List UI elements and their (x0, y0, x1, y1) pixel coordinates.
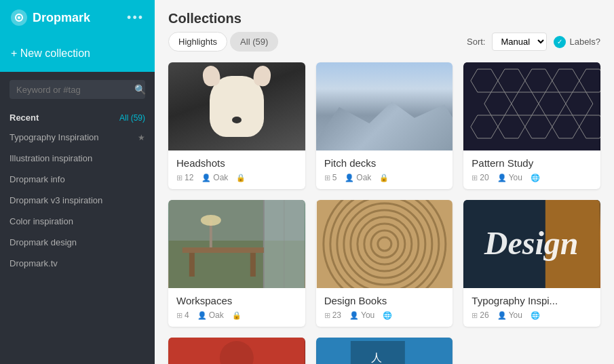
page-title: Collections (168, 11, 600, 26)
recent-header: Recent All (59) (0, 107, 155, 127)
card-meta: ⊞ 12 👤 Oak 🔒 (176, 173, 297, 182)
collection-image-workspaces (168, 200, 305, 288)
owner-meta: 👤 Oak (345, 173, 371, 182)
card-body: Design Books ⊞ 23 👤 You 🌐 (316, 288, 453, 327)
card-title: Typography Inspi... (472, 295, 592, 306)
main-header: Highlights All (59) Sort: Manual Date Na… (168, 32, 600, 52)
tabs: Highlights All (59) (168, 32, 278, 52)
grid-icon: ⊞ (176, 311, 183, 320)
count-meta: ⊞ 12 (176, 173, 193, 182)
globe-icon: 🌐 (531, 311, 540, 320)
svg-rect-2 (464, 62, 600, 150)
owner-meta: 👤 You (497, 310, 522, 320)
sidebar-header: Dropmark ••• (0, 0, 155, 35)
collection-card-design-books[interactable]: Design Books ⊞ 23 👤 You 🌐 (316, 200, 453, 327)
collection-card-pitch-decks[interactable]: Pitch decks ⊞ 5 👤 Oak 🔒 (316, 62, 453, 189)
recent-label: Recent (9, 113, 39, 123)
person-icon: 👤 (345, 174, 354, 182)
sidebar-item-dropmark-tv[interactable]: Dropmark.tv (0, 253, 155, 274)
card-meta: ⊞ 23 👤 You 🌐 (324, 310, 445, 320)
sidebar-item-typography-inspiration[interactable]: Typography Inspiration ★ (0, 127, 155, 148)
sidebar-item-dropmark-info[interactable]: Dropmark info (0, 169, 155, 190)
collection-card-workspaces[interactable]: Workspaces ⊞ 4 👤 Oak 🔒 (168, 200, 305, 327)
svg-point-26 (201, 215, 221, 226)
sidebar-item-label: Color inspiration (9, 216, 73, 226)
lock-meta: 🔒 (236, 174, 246, 182)
search-icon[interactable]: 🔍 (134, 84, 146, 95)
owner-meta: 👤 You (349, 310, 375, 320)
person-icon: 👤 (349, 311, 359, 320)
count-meta: ⊞ 5 (324, 173, 337, 182)
labels-check-icon: ✓ (554, 36, 566, 48)
grid-icon: ⊞ (176, 174, 183, 182)
collection-card-partial-blue[interactable]: 人 (316, 338, 453, 364)
card-body: Typography Inspi... ⊞ 26 👤 You 🌐 (463, 288, 600, 327)
card-title: Pattern Study (472, 157, 592, 169)
count-meta: ⊞ 23 (324, 310, 341, 320)
sidebar-item-label: Dropmark v3 inspiration (9, 195, 102, 205)
lock-meta: 🔒 (232, 311, 242, 320)
sidebar-item-label: Typography Inspiration (9, 132, 99, 142)
tab-all[interactable]: All (59) (230, 32, 278, 52)
search-area: 🔍 (0, 72, 155, 107)
globe-meta: 🌐 (531, 311, 540, 320)
svg-rect-23 (189, 253, 195, 277)
card-body: Pattern Study ⊞ 20 👤 You 🌐 (463, 150, 600, 189)
collection-image-typography: Design (463, 200, 600, 288)
grid-icon: ⊞ (324, 174, 330, 182)
card-title: Headshots (176, 157, 297, 169)
svg-rect-22 (183, 247, 264, 253)
sidebar-logo[interactable]: Dropmark (11, 9, 90, 26)
count-meta: ⊞ 26 (472, 310, 488, 320)
labels-button[interactable]: ✓ Labels? (554, 36, 600, 48)
grid-icon: ⊞ (472, 174, 478, 182)
logo-text: Dropmark (33, 11, 90, 25)
sort-area: Sort: Manual Date Name Size ✓ Labels? (467, 33, 600, 51)
collection-image-partial-blue: 人 (316, 338, 453, 364)
more-options-icon[interactable]: ••• (127, 11, 144, 25)
card-body: Workspaces ⊞ 4 👤 Oak 🔒 (168, 288, 305, 327)
sidebar-item-label: Dropmark design (9, 237, 77, 247)
collection-card-pattern-study[interactable]: Pattern Study ⊞ 20 👤 You 🌐 (463, 62, 600, 189)
sort-select[interactable]: Manual Date Name Size (492, 33, 547, 51)
card-body: Headshots ⊞ 12 👤 Oak 🔒 (168, 150, 305, 189)
logo-icon (11, 9, 27, 26)
sidebar-item-dropmark-v3[interactable]: Dropmark v3 inspiration (0, 190, 155, 211)
person-icon: 👤 (497, 311, 507, 320)
globe-meta: 🌐 (531, 174, 540, 182)
globe-icon: 🌐 (383, 311, 392, 320)
card-meta: ⊞ 4 👤 Oak 🔒 (176, 310, 297, 320)
main-content: Collections Highlights All (59) Sort: Ma… (155, 0, 614, 364)
grid-icon: ⊞ (324, 311, 330, 320)
collection-image-design-books (316, 200, 453, 288)
svg-rect-24 (250, 253, 256, 277)
collection-image-pitch-decks (316, 62, 453, 150)
sidebar-item-color-inspiration[interactable]: Color inspiration (0, 211, 155, 232)
count-meta: ⊞ 20 (472, 173, 488, 182)
sidebar-item-label: Illustration inspiration (9, 153, 92, 163)
card-title: Workspaces (176, 295, 297, 306)
all-count-link[interactable]: All (59) (119, 113, 145, 123)
svg-point-1 (18, 16, 20, 19)
sidebar: Dropmark ••• + New collection 🔍 Recent A… (0, 0, 155, 364)
search-input[interactable] (16, 85, 130, 95)
lock-icon: 🔒 (379, 174, 389, 182)
collection-image-headshots (168, 62, 305, 150)
sidebar-item-dropmark-design[interactable]: Dropmark design (0, 232, 155, 253)
tab-highlights[interactable]: Highlights (168, 32, 227, 52)
lock-meta: 🔒 (379, 174, 389, 182)
collection-card-typography-inspi[interactable]: Design Typography Inspi... ⊞ 26 👤 You 🌐 (463, 200, 600, 327)
new-collection-button[interactable]: + New collection (0, 35, 155, 72)
top-section: Collections Highlights All (59) Sort: Ma… (168, 11, 600, 52)
collection-card-headshots[interactable]: Headshots ⊞ 12 👤 Oak 🔒 (168, 62, 305, 189)
sidebar-item-illustration-inspiration[interactable]: Illustration inspiration (0, 148, 155, 169)
globe-meta: 🌐 (383, 311, 392, 320)
lock-icon: 🔒 (236, 174, 246, 182)
labels-text: Labels? (569, 37, 600, 47)
svg-text:人: 人 (370, 352, 381, 363)
svg-text:Design: Design (484, 225, 579, 261)
grid-icon: ⊞ (472, 311, 478, 320)
collection-card-partial-red[interactable] (168, 338, 305, 364)
lock-icon: 🔒 (232, 311, 242, 320)
sidebar-item-label: Dropmark info (9, 174, 65, 184)
